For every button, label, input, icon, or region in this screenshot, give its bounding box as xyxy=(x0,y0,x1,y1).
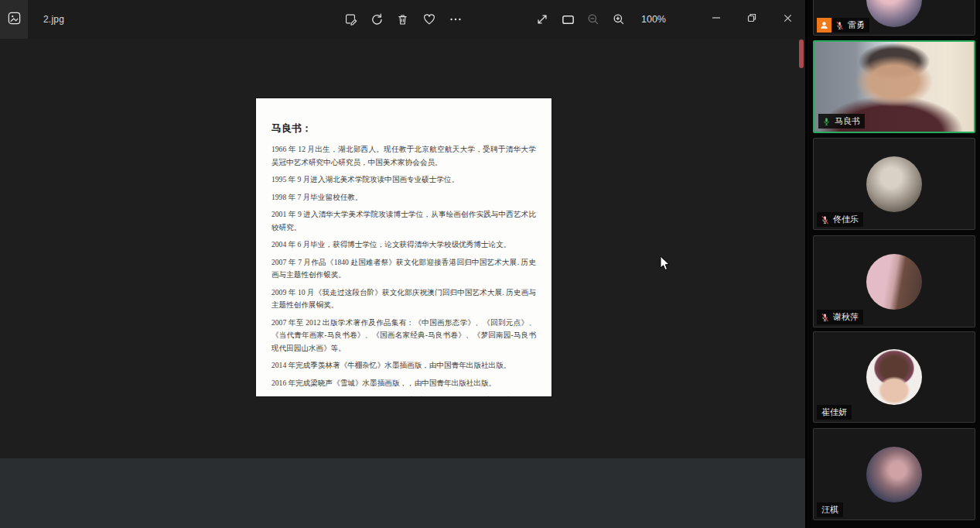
viewer-scrollbar-thumb[interactable] xyxy=(799,39,804,68)
meeting-screen: 2.jpg xyxy=(0,0,980,528)
favorite-button[interactable] xyxy=(422,12,437,27)
participant-name: 雷勇 xyxy=(848,19,865,31)
avatar xyxy=(866,254,922,310)
zoom-out-button[interactable] xyxy=(586,12,601,27)
participant-name: 崔佳妍 xyxy=(821,406,847,418)
participant-tile[interactable]: 谢秋萍 xyxy=(813,235,975,327)
close-button[interactable] xyxy=(770,0,805,39)
document-paragraph: 2018 年完成北京市政府新大楼政协办公楼陈列作品《桃红人家》4 幅大型创作。 xyxy=(271,394,536,396)
avatar xyxy=(866,447,922,502)
participant-tile-active-speaker[interactable]: 马良书 xyxy=(813,40,975,133)
mic-on-icon xyxy=(821,116,831,127)
ellipsis-icon xyxy=(449,12,463,26)
viewer-toolbar xyxy=(343,0,463,39)
actual-size-button[interactable] xyxy=(534,12,550,27)
see-all-photos-button[interactable] xyxy=(0,0,28,39)
mic-muted-icon xyxy=(820,214,830,225)
more-options-button[interactable] xyxy=(448,12,463,27)
close-icon xyxy=(783,12,793,26)
zoom-level-label: 100% xyxy=(641,14,666,25)
photo-viewer-window: 2.jpg xyxy=(0,0,805,458)
document-paragraph: 2007 年 7 月作品《1840 赴国难者祭》获文化部迎接香港回归中国艺术大展… xyxy=(271,256,536,282)
zoom-toolbar: 100% xyxy=(534,0,666,39)
participant-tile[interactable]: 崔佳妍 xyxy=(813,331,975,423)
delete-button[interactable] xyxy=(395,12,411,27)
document-paragraph: 1966 年 12 月出生，湖北郧西人。现任教于北京航空航天大学，受聘于清华大学… xyxy=(271,143,536,169)
document-paragraph: 2009 年 10 月《我走过这段台阶》获文化部庆祝澳门回归中国艺术大展. 历史… xyxy=(271,286,536,312)
mouse-cursor xyxy=(660,255,671,275)
edit-icon xyxy=(343,12,357,26)
fit-to-window-button[interactable] xyxy=(560,12,575,27)
participant-tile[interactable]: 汪棋 xyxy=(813,428,975,520)
document-paragraph: 2001 年 9 进入清华大学美术学院攻读博士学位，从事绘画创作实践与中西艺术比… xyxy=(271,208,536,234)
participant-name: 马良书 xyxy=(835,115,860,127)
edit-image-button[interactable] xyxy=(343,12,358,27)
viewer-titlebar: 2.jpg xyxy=(0,0,805,39)
heart-icon xyxy=(422,12,436,26)
mic-muted-icon xyxy=(835,20,845,31)
participant-tile[interactable]: 雷勇 xyxy=(813,0,975,36)
minimize-icon xyxy=(711,12,722,26)
zoom-out-icon xyxy=(586,12,600,26)
person-badge-icon xyxy=(817,18,831,33)
zoom-in-button[interactable] xyxy=(611,12,627,27)
participant-name: 汪棋 xyxy=(821,504,838,516)
participant-name: 谢秋萍 xyxy=(833,311,859,323)
fit-window-icon xyxy=(561,12,575,27)
document-image: 马良书： 1966 年 12 月出生，湖北郧西人。现任教于北京航空航天大学，受聘… xyxy=(256,98,551,396)
zoom-in-icon xyxy=(612,12,626,26)
mic-muted-icon xyxy=(820,312,830,323)
document-paragraph: 1998 年 7 月毕业留校任教。 xyxy=(271,191,536,204)
avatar xyxy=(866,0,922,27)
avatar xyxy=(866,156,922,212)
document-paragraph: 2007 年至 2012 出版学术著作及作品集有：《中国画形态学》、《回到元点》… xyxy=(271,317,536,355)
document-paragraph: 1995 年 9 月进入湖北美术学院攻读中国画专业硕士学位。 xyxy=(271,173,536,187)
document-title: 马良书： xyxy=(271,122,536,135)
window-controls xyxy=(698,0,805,39)
restore-button[interactable] xyxy=(734,0,770,39)
rotate-button[interactable] xyxy=(369,12,384,27)
avatar xyxy=(866,349,922,405)
document-paragraph: 2016 年完成梁晓声《雪城》水墨插画版，，由中国青年出版社出版。 xyxy=(271,377,536,390)
photos-app-icon xyxy=(7,11,22,29)
participant-name: 佟佳乐 xyxy=(833,214,859,225)
resize-diagonal-icon xyxy=(535,12,549,26)
document-paragraph: 2014 年完成季羡林著《牛棚杂忆》水墨插画版，由中国青年出版社出版。 xyxy=(271,359,536,372)
restore-icon xyxy=(746,12,757,26)
rotate-icon xyxy=(370,12,384,26)
document-paragraph: 2004 年 6 月毕业，获得博士学位，论文获得清华大学校级优秀博士论文。 xyxy=(271,238,536,252)
participants-panel: 雷勇 马良书 xyxy=(807,0,980,528)
desktop-background xyxy=(0,458,805,528)
minimize-button[interactable] xyxy=(698,0,734,39)
trash-icon xyxy=(396,13,409,26)
participant-tile[interactable]: 佟佳乐 xyxy=(813,138,975,230)
image-filename: 2.jpg xyxy=(43,14,64,25)
